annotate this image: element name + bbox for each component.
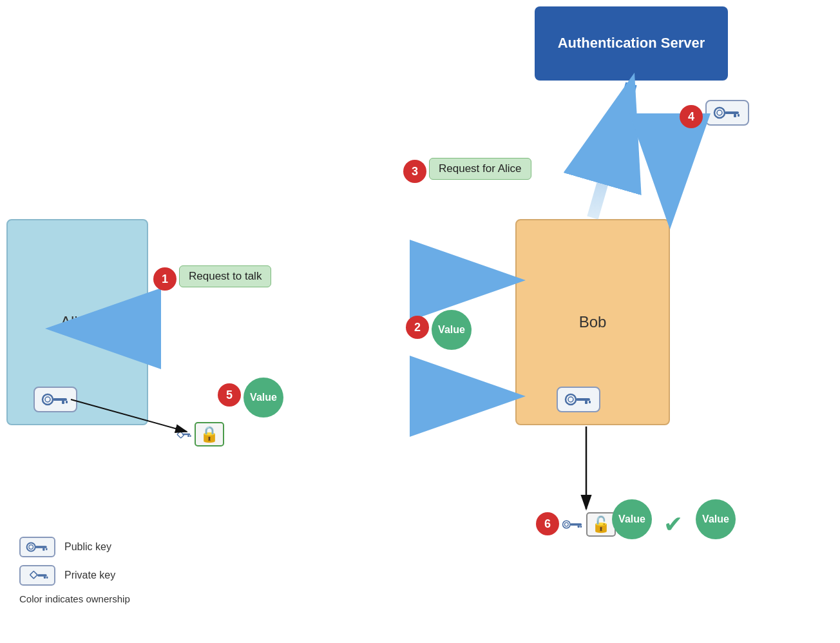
step-5-value: Value (243, 378, 283, 417)
legend-private-key: Private key (19, 565, 130, 586)
alice-key-lock: 🔒 (173, 422, 224, 446)
legend-public-key-box (19, 537, 55, 557)
svg-rect-35 (580, 526, 582, 528)
svg-rect-34 (578, 526, 580, 528)
svg-rect-30 (589, 401, 591, 403)
alice-lock-icon: 🔒 (200, 425, 219, 443)
svg-rect-39 (43, 548, 44, 551)
svg-rect-24 (187, 435, 189, 437)
svg-point-13 (717, 110, 722, 115)
svg-point-26 (566, 394, 576, 405)
legend-color-note: Color indicates ownership (19, 593, 130, 604)
step-3-label: Request for Alice (429, 158, 531, 180)
legend: Public key Private key Color indicates o… (19, 537, 130, 604)
svg-rect-15 (734, 114, 736, 117)
legend-private-key-icon (26, 569, 49, 582)
step-6-lock-icon: 🔓 (591, 515, 611, 533)
step-7-check: ✔ (663, 511, 683, 538)
bob-key-box (557, 387, 600, 412)
alice-key-icon (41, 392, 70, 407)
step-4-badge: 4 (680, 105, 703, 128)
step-5-badge: 5 (218, 383, 241, 407)
svg-rect-43 (44, 577, 46, 579)
step-7-value: Value (696, 499, 736, 539)
svg-point-27 (568, 397, 573, 402)
svg-rect-38 (35, 546, 47, 548)
legend-public-key-icon (26, 541, 49, 553)
svg-rect-33 (570, 523, 582, 525)
legend-private-key-box (19, 565, 55, 586)
svg-point-36 (27, 542, 35, 551)
step-1-badge: 1 (153, 267, 177, 291)
svg-rect-25 (190, 435, 191, 437)
alice-box: Alice (6, 219, 148, 425)
svg-rect-28 (576, 398, 590, 401)
svg-rect-21 (66, 401, 68, 403)
svg-rect-20 (62, 401, 64, 404)
svg-point-31 (563, 521, 570, 528)
svg-point-18 (45, 397, 50, 402)
step-6-value: Value (612, 499, 652, 539)
svg-rect-44 (46, 577, 48, 579)
svg-line-7 (593, 84, 631, 218)
auth-server-label: Authentication Server (558, 34, 705, 53)
alice-private-key-icon (173, 427, 192, 441)
step-6-key-icon (562, 517, 585, 532)
legend-public-key-label: Public key (64, 541, 111, 553)
svg-rect-29 (585, 401, 587, 404)
legend-private-key-label: Private key (64, 570, 115, 581)
alice-label: Alice (61, 313, 94, 331)
svg-point-37 (29, 545, 33, 550)
step-4-key-box (705, 100, 749, 126)
bob-key-icon (564, 392, 593, 407)
step-6-open-lock: 🔓 (586, 512, 616, 537)
svg-point-12 (714, 108, 725, 118)
svg-rect-41 (30, 571, 37, 579)
step-2-value: Value (432, 310, 472, 350)
svg-rect-14 (725, 111, 739, 114)
step-2-badge: 2 (406, 316, 429, 339)
svg-point-32 (565, 523, 569, 526)
svg-rect-40 (46, 548, 47, 550)
svg-rect-19 (53, 398, 67, 401)
step-1-label: Request to talk (179, 265, 271, 287)
step-3-badge: 3 (403, 160, 426, 183)
svg-rect-42 (37, 574, 47, 576)
bob-label: Bob (579, 313, 607, 331)
alice-public-key-box (33, 387, 77, 412)
svg-rect-23 (182, 434, 190, 436)
step-6-key-lock: 🔓 (562, 512, 616, 537)
alice-lock-box: 🔒 (195, 422, 224, 446)
legend-public-key: Public key (19, 537, 130, 557)
step-4-key-icon (713, 105, 741, 120)
auth-server-box: Authentication Server (535, 6, 728, 81)
svg-point-17 (43, 394, 53, 405)
svg-rect-16 (738, 114, 740, 117)
step-6-badge: 6 (536, 512, 559, 535)
